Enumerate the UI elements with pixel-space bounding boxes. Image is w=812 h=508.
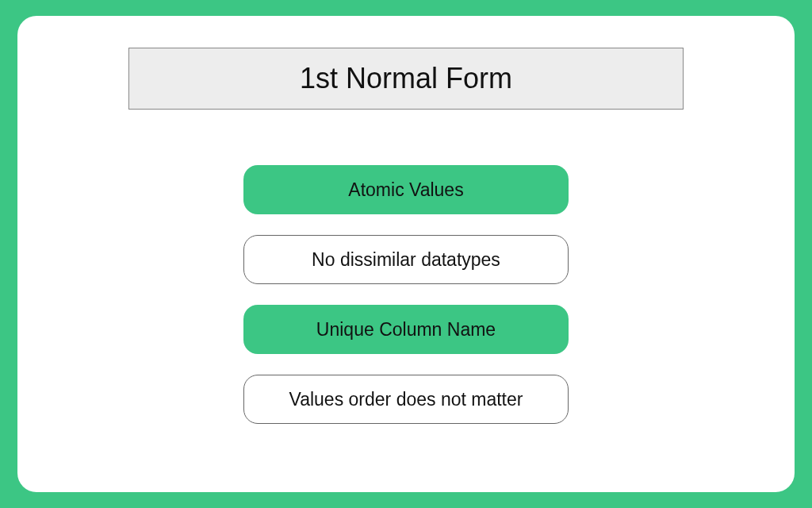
diagram-card: 1st Normal Form Atomic Values No dissimi…	[17, 16, 795, 492]
rule-label: Values order does not matter	[289, 389, 523, 410]
rule-item: Values order does not matter	[243, 375, 569, 424]
rule-label: Unique Column Name	[316, 319, 496, 341]
rule-label: Atomic Values	[348, 179, 463, 201]
rule-item: Atomic Values	[243, 165, 569, 214]
rule-item: Unique Column Name	[243, 305, 569, 354]
items-list: Atomic Values No dissimilar datatypes Un…	[243, 165, 569, 424]
rule-item: No dissimilar datatypes	[243, 235, 569, 284]
diagram-title: 1st Normal Form	[300, 62, 512, 95]
title-box: 1st Normal Form	[128, 48, 684, 110]
rule-label: No dissimilar datatypes	[312, 249, 500, 271]
